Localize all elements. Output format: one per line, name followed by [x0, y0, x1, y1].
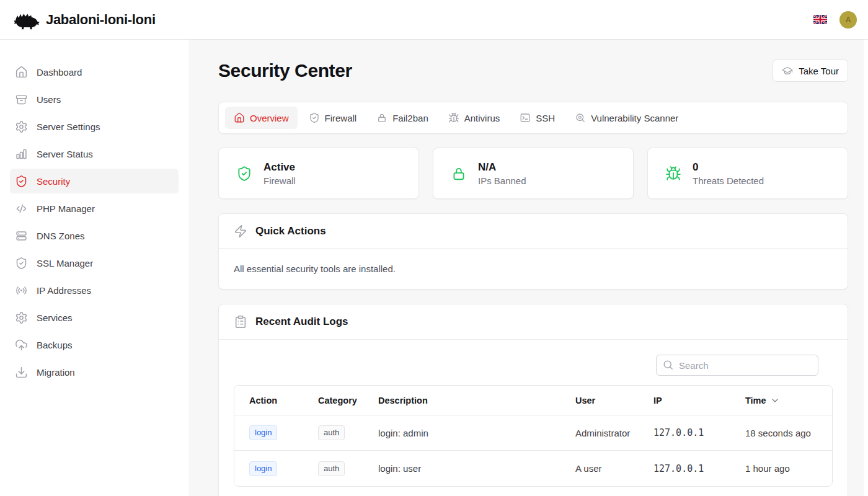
search-input[interactable] [656, 355, 818, 376]
clipboard-list-icon [234, 315, 247, 329]
graduation-cap-icon [782, 65, 793, 76]
column-header-category[interactable]: Category [303, 386, 363, 415]
server-icon [15, 229, 28, 242]
tab-label: SSH [536, 113, 555, 123]
code-icon [15, 202, 28, 215]
sidebar-item-server-settings[interactable]: Server Settings [10, 114, 179, 139]
tab-overview[interactable]: Overview [225, 107, 298, 129]
column-header-action[interactable]: Action [234, 386, 303, 415]
tab-vulnerability-scanner[interactable]: Vulnerability Scanner [566, 107, 687, 129]
settings-icon [15, 120, 28, 133]
table-header-row: ActionCategoryDescriptionUserIPTime [234, 386, 832, 415]
sidebar-item-label: Services [37, 312, 73, 323]
status-card-threats: 0Threats Detected [647, 148, 848, 199]
tab-label: Firewall [325, 113, 357, 123]
sidebar: DashboardUsersServer SettingsServer Stat… [0, 40, 188, 496]
sidebar-item-dashboard[interactable]: Dashboard [10, 60, 179, 84]
status-card-firewall: ActiveFirewall [218, 148, 419, 199]
main-content: Security Center Take Tour OverviewFirewa… [218, 40, 848, 496]
tab-fail2ban[interactable]: Fail2ban [368, 107, 437, 129]
app-title: Jabaloni-loni-loni [46, 12, 156, 28]
page-title: Security Center [218, 60, 352, 81]
topbar: Jabaloni-loni-loni A [0, 0, 868, 40]
status-card-value: Active [264, 161, 296, 174]
tab-firewall[interactable]: Firewall [300, 107, 366, 129]
column-header-time[interactable]: Time [730, 386, 832, 415]
time-cell: 1 hour ago [745, 463, 790, 474]
radio-icon [15, 284, 28, 297]
column-header-user[interactable]: User [560, 386, 639, 415]
user-avatar[interactable]: A [839, 11, 857, 29]
shield-check-icon [309, 112, 320, 123]
shield-check-icon [15, 257, 28, 270]
quick-actions-header: Quick Actions [219, 214, 848, 249]
column-label: Time [745, 396, 766, 405]
description-cell: login: user [378, 463, 421, 474]
sidebar-item-label: SSL Manager [37, 258, 93, 268]
tab-label: Vulnerability Scanner [591, 113, 678, 123]
terminal-square-icon [520, 112, 531, 123]
category-badge: auth [318, 425, 345, 440]
category-badge: auth [318, 461, 345, 476]
status-card-value: N/A [478, 161, 526, 174]
sidebar-item-label: Server Status [37, 149, 93, 159]
shield-check-icon [236, 166, 252, 182]
table-row: loginauthlogin: userA user127.0.0.11 hou… [234, 451, 832, 486]
tab-label: Antivirus [464, 113, 500, 123]
status-cards: ActiveFirewallN/AIPs Banned0Threats Dete… [218, 148, 848, 199]
boar-logo-icon [12, 9, 40, 30]
status-card-label: IPs Banned [478, 175, 526, 186]
sidebar-item-label: DNS Zones [37, 231, 85, 241]
tab-antivirus[interactable]: Antivirus [440, 107, 509, 129]
sidebar-item-ip-addresses[interactable]: IP Addresses [10, 278, 179, 303]
column-label: Action [249, 396, 277, 405]
ip-cell: 127.0.0.1 [653, 427, 704, 438]
home-icon [234, 112, 245, 123]
sidebar-item-label: Users [37, 94, 61, 105]
tab-ssh[interactable]: SSH [511, 107, 564, 129]
bug-icon [665, 166, 681, 182]
sidebar-item-services[interactable]: Services [10, 305, 179, 330]
column-header-ip[interactable]: IP [639, 386, 730, 415]
status-card-label: Firewall [264, 175, 296, 186]
search-icon [662, 359, 674, 371]
sidebar-item-backups[interactable]: Backups [10, 332, 179, 357]
description-cell: login: admin [378, 428, 428, 438]
sidebar-item-label: Server Settings [37, 122, 100, 132]
status-card-value: 0 [693, 161, 764, 174]
column-label: Category [318, 396, 357, 405]
user-cell: A user [575, 463, 602, 474]
search-circle-icon [575, 112, 586, 123]
table-row: loginauthlogin: adminAdministrator127.0.… [234, 415, 832, 451]
column-label: Description [378, 396, 428, 405]
tab-label: Fail2ban [392, 113, 428, 123]
lock-icon [451, 166, 467, 182]
settings-icon [15, 311, 28, 324]
home-icon [15, 66, 28, 79]
sidebar-item-security[interactable]: Security [10, 169, 179, 193]
sidebar-item-label: Migration [37, 367, 75, 378]
shield-check-icon [15, 175, 28, 188]
sidebar-item-dns-zones[interactable]: DNS Zones [10, 223, 179, 248]
language-flag-uk-icon[interactable] [813, 15, 827, 24]
page-scrollbar[interactable] [864, 40, 868, 496]
column-header-description[interactable]: Description [363, 386, 560, 415]
quick-actions-message: All essential security tools are install… [234, 264, 833, 274]
sidebar-item-label: Security [37, 176, 70, 187]
user-cell: Administrator [575, 428, 630, 438]
audit-logs-header: Recent Audit Logs [219, 304, 848, 340]
sidebar-item-php-manager[interactable]: PHP Manager [10, 196, 179, 221]
column-label: User [575, 396, 595, 405]
app-logo[interactable]: Jabaloni-loni-loni [12, 9, 156, 30]
sidebar-item-label: Dashboard [37, 67, 82, 78]
sidebar-item-label: Backups [37, 340, 73, 350]
take-tour-label: Take Tour [799, 66, 839, 76]
sidebar-item-users[interactable]: Users [10, 87, 179, 112]
sidebar-item-ssl-manager[interactable]: SSL Manager [10, 250, 179, 275]
take-tour-button[interactable]: Take Tour [773, 60, 848, 82]
sidebar-item-label: IP Addresses [37, 285, 91, 296]
status-card-label: Threats Detected [693, 175, 764, 186]
bar-chart-icon [15, 148, 28, 161]
sidebar-item-server-status[interactable]: Server Status [10, 141, 179, 166]
sidebar-item-migration[interactable]: Migration [10, 360, 179, 384]
